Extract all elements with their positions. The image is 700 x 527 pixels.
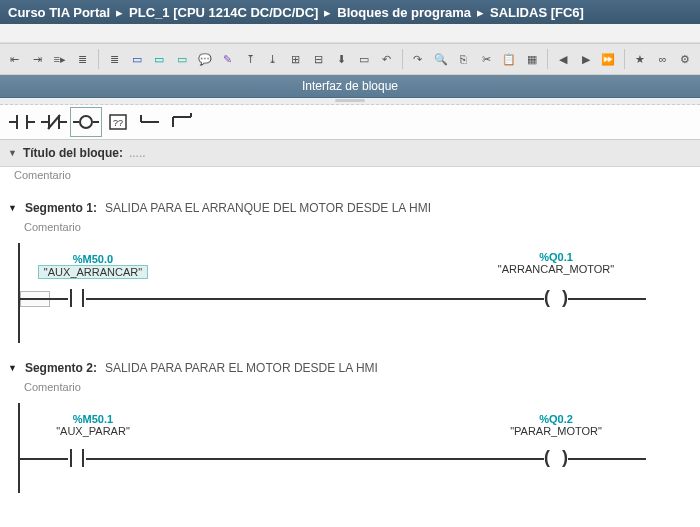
- interface-bar-label: Interfaz de bloque: [302, 79, 398, 93]
- find-icon[interactable]: 🔍: [430, 47, 451, 71]
- seg-green-icon[interactable]: ▭: [172, 47, 193, 71]
- block-title-label: Título del bloque:: [23, 146, 123, 160]
- contact-aux-parar[interactable]: %M50.1 "AUX_PARAR": [38, 413, 148, 437]
- palette-box[interactable]: ??: [102, 107, 134, 137]
- palette-coil[interactable]: [70, 107, 102, 137]
- tag-icon[interactable]: ⊞: [285, 47, 306, 71]
- interface-bar[interactable]: Interfaz de bloque: [0, 75, 700, 98]
- contact-graphic: [52, 449, 102, 467]
- svg-point-10: [80, 116, 92, 128]
- palette-open-contact[interactable]: [6, 107, 38, 137]
- collapse-icon[interactable]: ▼: [8, 363, 17, 373]
- cut-icon[interactable]: ✂: [476, 47, 497, 71]
- comment-toggle-icon[interactable]: 💬: [194, 47, 215, 71]
- box-icon[interactable]: ▭: [353, 47, 374, 71]
- insert-up-icon[interactable]: ⤒: [240, 47, 261, 71]
- go-start-icon[interactable]: ⇤: [4, 47, 25, 71]
- arrow-down-icon[interactable]: ⬇: [331, 47, 352, 71]
- segment-1-comment[interactable]: Comentario: [10, 219, 700, 235]
- segment-2: ▼ Segmento 2: SALIDA PARA PARAR EL MOTOR…: [0, 357, 700, 493]
- contact-addr: %M50.1: [38, 413, 148, 425]
- segment-2-comment[interactable]: Comentario: [10, 379, 700, 395]
- coil-parar-motor[interactable]: %Q0.2 "PARAR_MOTOR": [496, 413, 616, 437]
- collapse-icon[interactable]: ▼: [8, 148, 17, 158]
- coil-graphic: (): [526, 449, 586, 467]
- redo-icon[interactable]: ↷: [408, 47, 429, 71]
- db-icon[interactable]: ▦: [521, 47, 542, 71]
- palette-branch-right[interactable]: [134, 107, 166, 137]
- coil-arrancar-motor[interactable]: %Q0.1 "ARRANCAR_MOTOR": [496, 251, 616, 275]
- segment-1: ▼ Segmento 1: SALIDA PARA EL ARRANQUE DE…: [0, 197, 700, 343]
- segment-1-rung[interactable]: %M50.0 "AUX_ARRANCAR" %Q0.1 "ARRANCAR_MO…: [18, 243, 700, 343]
- coil-addr: %Q0.1: [496, 251, 616, 263]
- filter-icon[interactable]: ≣: [72, 47, 93, 71]
- settings-icon[interactable]: ⚙: [675, 47, 696, 71]
- undo-icon[interactable]: ↶: [376, 47, 397, 71]
- segment-2-name: Segmento 2:: [25, 361, 97, 375]
- segment-2-rung[interactable]: %M50.1 "AUX_PARAR" %Q0.2 "PARAR_MOTOR" (…: [18, 403, 700, 493]
- copy-icon[interactable]: ⎘: [453, 47, 474, 71]
- nav-jump-icon[interactable]: ⏩: [598, 47, 619, 71]
- list-icon[interactable]: ≣: [104, 47, 125, 71]
- splitter[interactable]: [0, 98, 700, 105]
- crumb-3[interactable]: SALIDAS [FC6]: [490, 5, 584, 20]
- contact-addr: %M50.0: [38, 253, 148, 265]
- breadcrumb-bar: Curso TIA Portal▸ PLC_1 [CPU 1214C DC/DC…: [0, 0, 700, 24]
- palette-branch-down[interactable]: [166, 107, 198, 137]
- segment-1-header[interactable]: ▼ Segmento 1: SALIDA PARA EL ARRANQUE DE…: [0, 197, 700, 219]
- crumb-0[interactable]: Curso TIA Portal: [8, 5, 110, 20]
- segment-2-header[interactable]: ▼ Segmento 2: SALIDA PARA PARAR EL MOTOR…: [0, 357, 700, 379]
- crumb-2[interactable]: Bloques de programa: [337, 5, 471, 20]
- contact-graphic: [52, 289, 102, 307]
- coil-sym: "ARRANCAR_MOTOR": [496, 263, 616, 275]
- step-icon[interactable]: ≡▸: [49, 47, 70, 71]
- seg-blue-icon[interactable]: ▭: [126, 47, 147, 71]
- main-toolbar: ⇤ ⇥ ≡▸ ≣ ≣ ▭ ▭ ▭ 💬 ✎ ⤒ ⤓ ⊞ ⊟ ⬇ ▭ ↶ ↷ 🔍 ⎘…: [0, 43, 700, 75]
- spacer-band: [0, 24, 700, 43]
- paste-icon[interactable]: 📋: [498, 47, 519, 71]
- block-title-row[interactable]: ▼ Título del bloque: .....: [0, 140, 700, 167]
- block-title-value[interactable]: .....: [129, 146, 146, 160]
- coil-sym: "PARAR_MOTOR": [496, 425, 616, 437]
- segment-1-name: Segmento 1:: [25, 201, 97, 215]
- palette-closed-contact[interactable]: [38, 107, 70, 137]
- contact-sym: "AUX_ARRANCAR": [38, 265, 148, 279]
- tag-db-icon[interactable]: ⊟: [308, 47, 329, 71]
- nav-left-icon[interactable]: ◀: [553, 47, 574, 71]
- contact-sym: "AUX_PARAR": [38, 425, 148, 437]
- segment-1-title[interactable]: SALIDA PARA EL ARRANQUE DEL MOTOR DESDE …: [105, 201, 431, 215]
- favorite-icon[interactable]: ★: [630, 47, 651, 71]
- segment-2-title[interactable]: SALIDA PARA PARAR EL MOTOR DESDE LA HMI: [105, 361, 378, 375]
- compare-icon[interactable]: ∞: [652, 47, 673, 71]
- crumb-1[interactable]: PLC_1 [CPU 1214C DC/DC/DC]: [129, 5, 318, 20]
- contact-aux-arrancar[interactable]: %M50.0 "AUX_ARRANCAR": [38, 253, 148, 279]
- nav-right-icon[interactable]: ▶: [575, 47, 596, 71]
- seg-cyan-icon[interactable]: ▭: [149, 47, 170, 71]
- insert-down-icon[interactable]: ⤓: [263, 47, 284, 71]
- lad-palette: ??: [0, 105, 700, 140]
- collapse-icon[interactable]: ▼: [8, 203, 17, 213]
- go-end-icon[interactable]: ⇥: [27, 47, 48, 71]
- coil-addr: %Q0.2: [496, 413, 616, 425]
- coil-graphic: (): [526, 289, 586, 307]
- ref-icon[interactable]: ✎: [217, 47, 238, 71]
- block-comment[interactable]: Comentario: [0, 167, 700, 183]
- svg-text:??: ??: [113, 118, 123, 128]
